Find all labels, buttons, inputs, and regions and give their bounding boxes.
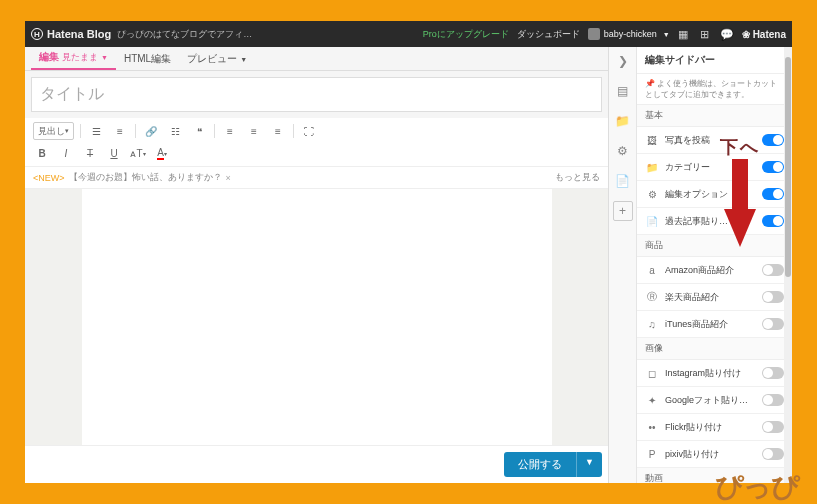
hatena-link[interactable]: ❀ Hatena (742, 29, 786, 40)
toggle[interactable] (762, 188, 784, 200)
sidebar-item-photo[interactable]: 🖼 写真を投稿 (637, 127, 792, 154)
google-photos-icon: ✦ (645, 393, 659, 407)
notification-icon[interactable]: 💬 (718, 25, 736, 43)
amazon-icon: a (645, 263, 659, 277)
toggle[interactable] (762, 318, 784, 330)
toggle[interactable] (762, 448, 784, 460)
expand-icon[interactable]: ⛶ (300, 122, 318, 140)
edit-sidebar: 編集サイドバー 📌 よく使う機能は、ショートカットとしてタブに追加できます。 基… (637, 47, 792, 483)
username: baby-chicken (604, 29, 657, 39)
list-ol-icon[interactable]: ≡ (111, 122, 129, 140)
chevron-down-icon: ▼ (240, 56, 247, 63)
side-rail: ❯ ▤ 📁 ⚙ 📄 + (609, 47, 637, 483)
toggle[interactable] (762, 134, 784, 146)
toggle[interactable] (762, 367, 784, 379)
editor-canvas[interactable] (25, 189, 608, 445)
chevron-down-icon: ▼ (663, 31, 670, 38)
top-bar: H Hatena Blog ぴっぴのはてなブログでアフィ… Proにアップグレー… (25, 21, 792, 47)
toggle[interactable] (762, 394, 784, 406)
breadcrumb[interactable]: ぴっぴのはてなブログでアフィ… (117, 28, 252, 41)
toggle[interactable] (762, 215, 784, 227)
sidebar-item-amazon[interactable]: a Amazon商品紹介 (637, 257, 792, 284)
add-icon[interactable]: + (613, 201, 633, 221)
sidebar-item-pixiv[interactable]: P pixiv貼り付け (637, 441, 792, 468)
chevron-down-icon: ▼ (101, 54, 108, 61)
scrollbar-thumb[interactable] (785, 57, 791, 277)
avatar (588, 28, 600, 40)
collapse-icon[interactable]: ❯ (613, 51, 633, 71)
pro-upgrade-link[interactable]: Proにアップグレード (423, 28, 509, 41)
dashboard-link[interactable]: ダッシュボード (517, 28, 580, 41)
tab-html[interactable]: HTML編集 (116, 48, 179, 70)
read-more-icon[interactable]: ☷ (166, 122, 184, 140)
sidebar-item-gphoto[interactable]: ✦ Googleフォト貼り付け (637, 387, 792, 414)
editor-column: 編集 見たまま ▼ HTML編集 プレビュー ▼ タイトル 見出し ▾ ☰ ≡ (25, 47, 609, 483)
pin-icon: 📌 (645, 78, 655, 89)
font-size-icon[interactable]: ᴀT▾ (129, 144, 147, 162)
sidebar-hint: 📌 よく使う機能は、ショートカットとしてタブに追加できます。 (637, 74, 792, 105)
publish-dropdown[interactable]: ▼ (576, 452, 602, 477)
logo-text: Hatena Blog (47, 28, 111, 40)
editor-tabs: 編集 見たまま ▼ HTML編集 プレビュー ▼ (25, 47, 608, 71)
tab-edit[interactable]: 編集 見たまま ▼ (31, 47, 116, 70)
align-center-icon[interactable]: ≡ (245, 122, 263, 140)
instagram-icon: ◻ (645, 366, 659, 380)
more-link[interactable]: もっと見る (555, 171, 600, 184)
heading-select[interactable]: 見出し ▾ (33, 122, 74, 140)
sidebar-item-itunes[interactable]: ♫ iTunes商品紹介 (637, 311, 792, 338)
font-color-icon[interactable]: A▾ (153, 144, 171, 162)
link-icon[interactable]: 🔗 (142, 122, 160, 140)
section-image: 画像 (637, 338, 792, 360)
pixiv-icon: P (645, 447, 659, 461)
sidebar-item-past[interactable]: 📄 過去記事貼り… (637, 208, 792, 235)
list-ul-icon[interactable]: ☰ (87, 122, 105, 140)
section-shop: 商品 (637, 235, 792, 257)
document-icon[interactable]: 📄 (613, 171, 633, 191)
itunes-icon: ♫ (645, 317, 659, 331)
sidebar-item-category[interactable]: 📁 カテゴリー (637, 154, 792, 181)
publish-button[interactable]: 公開する (504, 452, 576, 477)
toggle[interactable] (762, 421, 784, 433)
sidebar-title: 編集サイドバー (637, 47, 792, 74)
grid-icon[interactable]: ⊞ (696, 25, 714, 43)
hatena-logo-icon: H (31, 28, 43, 40)
italic-icon[interactable]: I (57, 144, 75, 162)
sidebar-item-flickr[interactable]: •• Flickr貼り付け (637, 414, 792, 441)
watermark-pippi: ぴっぴ (715, 468, 799, 504)
notice-text[interactable]: 【今週のお題】怖い話、ありますか？ (69, 171, 222, 184)
toggle[interactable] (762, 291, 784, 303)
toggle[interactable] (762, 264, 784, 276)
strike-icon[interactable]: T (81, 144, 99, 162)
new-badge: <NEW> (33, 173, 65, 183)
underline-icon[interactable]: U (105, 144, 123, 162)
sidebar-item-instagram[interactable]: ◻ Instagram貼り付け (637, 360, 792, 387)
bold-icon[interactable]: B (33, 144, 51, 162)
flickr-icon: •• (645, 420, 659, 434)
photo-icon[interactable]: ▤ (613, 81, 633, 101)
gear-icon: ⚙ (645, 187, 659, 201)
close-icon[interactable]: × (226, 173, 231, 183)
section-basic: 基本 (637, 105, 792, 127)
tab-preview[interactable]: プレビュー ▼ (179, 48, 255, 70)
toolbar: 見出し ▾ ☰ ≡ 🔗 ☷ ❝ ≡ ≡ ≡ ⛶ B I (25, 118, 608, 167)
hatena-icon: ❀ (742, 29, 750, 40)
publish-group: 公開する ▼ (504, 452, 602, 477)
content-area[interactable] (82, 189, 552, 445)
folder-icon: 📁 (645, 160, 659, 174)
image-icon: 🖼 (645, 133, 659, 147)
logo[interactable]: H Hatena Blog (31, 28, 111, 40)
folder-icon[interactable]: 📁 (613, 111, 633, 131)
apps-icon[interactable]: ▦ (674, 25, 692, 43)
align-left-icon[interactable]: ≡ (221, 122, 239, 140)
user-menu[interactable]: baby-chicken ▼ (588, 28, 670, 40)
title-input[interactable]: タイトル (31, 77, 602, 112)
sidebar-item-rakuten[interactable]: Ⓡ 楽天商品紹介 (637, 284, 792, 311)
toggle[interactable] (762, 161, 784, 173)
gear-icon[interactable]: ⚙ (613, 141, 633, 161)
topic-notice: <NEW> 【今週のお題】怖い話、ありますか？ × もっと見る (25, 167, 608, 189)
rakuten-icon: Ⓡ (645, 290, 659, 304)
quote-icon[interactable]: ❝ (190, 122, 208, 140)
align-right-icon[interactable]: ≡ (269, 122, 287, 140)
sidebar-item-options[interactable]: ⚙ 編集オプション (637, 181, 792, 208)
scrollbar[interactable] (784, 47, 792, 483)
